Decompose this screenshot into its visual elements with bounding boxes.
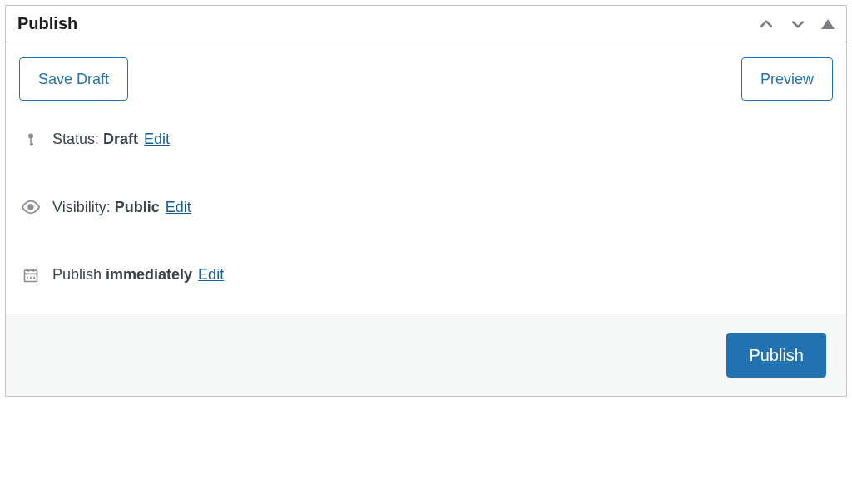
svg-point-0 bbox=[28, 133, 33, 138]
preview-button[interactable]: Preview bbox=[741, 57, 833, 101]
schedule-text: Publish immediately Edit bbox=[52, 266, 224, 284]
move-up-icon[interactable] bbox=[758, 16, 775, 32]
key-icon bbox=[21, 132, 41, 147]
svg-rect-2 bbox=[30, 143, 33, 145]
eye-icon bbox=[21, 198, 41, 216]
move-down-icon[interactable] bbox=[790, 16, 806, 32]
svg-rect-4 bbox=[25, 270, 37, 281]
schedule-label: Publish bbox=[52, 266, 106, 283]
top-actions: Save Draft Preview bbox=[19, 57, 833, 101]
panel-header: Publish bbox=[6, 6, 846, 42]
svg-point-3 bbox=[28, 205, 33, 210]
calendar-icon bbox=[21, 267, 41, 284]
edit-schedule-link[interactable]: Edit bbox=[198, 266, 224, 283]
visibility-row: Visibility: Public Edit bbox=[19, 198, 833, 216]
schedule-value: immediately bbox=[106, 266, 192, 283]
panel-body: Save Draft Preview Status: Draft Edit Vi… bbox=[6, 42, 846, 314]
panel-title: Publish bbox=[17, 14, 77, 33]
publish-button[interactable]: Publish bbox=[726, 333, 826, 378]
status-value: Draft bbox=[103, 131, 138, 147]
save-draft-button[interactable]: Save Draft bbox=[19, 57, 128, 101]
edit-status-link[interactable]: Edit bbox=[144, 131, 170, 147]
status-label: Status: bbox=[52, 131, 103, 147]
publish-panel: Publish Save Draft Preview Status: Draft bbox=[5, 5, 847, 397]
panel-header-controls bbox=[758, 16, 835, 32]
status-row: Status: Draft Edit bbox=[19, 131, 833, 148]
visibility-text: Visibility: Public Edit bbox=[52, 199, 191, 216]
edit-visibility-link[interactable]: Edit bbox=[166, 199, 191, 215]
panel-footer: Publish bbox=[6, 314, 846, 396]
visibility-value: Public bbox=[115, 199, 160, 215]
visibility-label: Visibility: bbox=[52, 199, 115, 215]
schedule-row: Publish immediately Edit bbox=[19, 266, 833, 284]
toggle-panel-icon[interactable] bbox=[821, 19, 835, 29]
status-text: Status: Draft Edit bbox=[52, 131, 170, 148]
